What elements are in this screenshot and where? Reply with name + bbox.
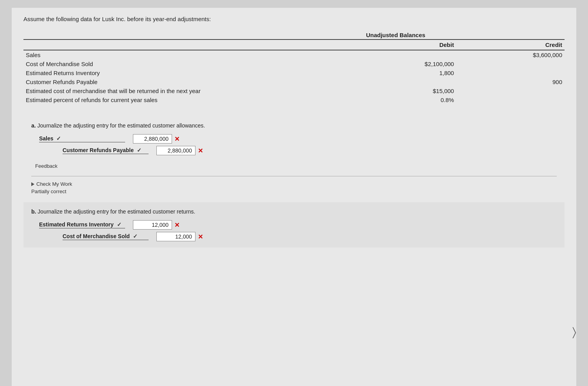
debit-account-a: Sales ✓ (39, 135, 125, 142)
credit-amount-box-a: 2,880,000 ✕ (156, 146, 203, 155)
checkmark-a-debit: ✓ (56, 135, 61, 142)
row-credit (456, 59, 565, 68)
debit-amount-input-a[interactable]: 2,880,000 (133, 134, 172, 144)
partially-correct-a: Partially correct (31, 189, 557, 194)
table-row: Customer Refunds Payable 900 (23, 77, 565, 86)
row-credit: $3,600,000 (456, 50, 565, 59)
table-row: Estimated cost of merchandise that will … (23, 86, 565, 95)
check-my-work-a[interactable]: Check My Work (31, 181, 557, 187)
feedback-box-a: Feedback (31, 161, 557, 171)
cursor-hand-icon: 〉 (572, 325, 576, 339)
balance-table: Debit Credit Sales $3,600,000 Cost of Me… (23, 39, 565, 104)
table-row: Sales $3,600,000 (23, 50, 565, 59)
credit-row-b: Cost of Merchandise Sold ✓ 12,000 ✕ (39, 232, 557, 241)
section-b-title: b. Journalize the adjusting entry for th… (31, 208, 557, 215)
unadj-title: Unadjusted Balances (227, 32, 565, 38)
triangle-icon-a (31, 182, 34, 186)
row-label: Estimated cost of merchandise that will … (23, 86, 348, 95)
row-label: Customer Refunds Payable (23, 77, 348, 86)
row-debit (348, 50, 456, 59)
label-col-header (23, 39, 348, 50)
debit-account-b: Estimated Returns Inventory ✓ (39, 221, 125, 228)
table-header-row: Debit Credit (23, 39, 565, 50)
credit-amount-input-b[interactable]: 12,000 (156, 232, 195, 241)
row-credit (456, 86, 565, 95)
row-credit: 900 (456, 77, 565, 86)
row-label: Cost of Merchandise Sold (23, 59, 348, 68)
debit-amount-input-b[interactable]: 12,000 (133, 220, 172, 230)
checkmark-b-credit: ✓ (133, 233, 138, 239)
row-label: Sales (23, 50, 348, 59)
table-row: Cost of Merchandise Sold $2,100,000 (23, 59, 565, 68)
row-debit: $2,100,000 (348, 59, 456, 68)
table-row: Estimated percent of refunds for current… (23, 95, 565, 104)
x-mark-a-credit: ✕ (198, 147, 203, 154)
row-label: Estimated Returns Inventory (23, 68, 348, 77)
debit-col-header: Debit (348, 39, 456, 50)
debit-row-a: Sales ✓ 2,880,000 ✕ (39, 134, 557, 144)
credit-account-a: Customer Refunds Payable ✓ (63, 147, 149, 154)
section-b: b. Journalize the adjusting entry for th… (23, 202, 565, 248)
debit-amount-box-b: 12,000 ✕ (133, 220, 179, 230)
section-a: a. Journalize the adjusting entry for th… (23, 116, 565, 198)
checkmark-b-debit: ✓ (117, 221, 122, 228)
divider-a (31, 176, 557, 176)
row-debit: $15,000 (348, 86, 456, 95)
table-row: Estimated Returns Inventory 1,800 (23, 68, 565, 77)
intro-text: Assume the following data for Lusk Inc. … (23, 16, 565, 22)
balance-table-section: Unadjusted Balances Debit Credit Sales $… (23, 32, 565, 104)
row-credit (456, 95, 565, 104)
debit-amount-box-a: 2,880,000 ✕ (133, 134, 179, 144)
credit-amount-box-b: 12,000 ✕ (156, 232, 203, 241)
x-mark-b-credit: ✕ (198, 233, 203, 241)
x-mark-a-debit: ✕ (174, 135, 179, 143)
main-container: Assume the following data for Lusk Inc. … (12, 8, 576, 386)
row-label: Estimated percent of refunds for current… (23, 95, 348, 104)
row-credit (456, 68, 565, 77)
debit-row-b: Estimated Returns Inventory ✓ 12,000 ✕ (39, 220, 557, 230)
credit-col-header: Credit (456, 39, 565, 50)
section-a-title: a. Journalize the adjusting entry for th… (31, 122, 557, 129)
row-debit: 1,800 (348, 68, 456, 77)
credit-row-a: Customer Refunds Payable ✓ 2,880,000 ✕ (39, 146, 557, 155)
credit-account-b: Cost of Merchandise Sold ✓ (63, 233, 149, 240)
row-debit: 0.8% (348, 95, 456, 104)
x-mark-b-debit: ✕ (174, 221, 179, 229)
row-debit (348, 77, 456, 86)
checkmark-a-credit: ✓ (137, 147, 142, 153)
credit-amount-input-a[interactable]: 2,880,000 (156, 146, 195, 155)
